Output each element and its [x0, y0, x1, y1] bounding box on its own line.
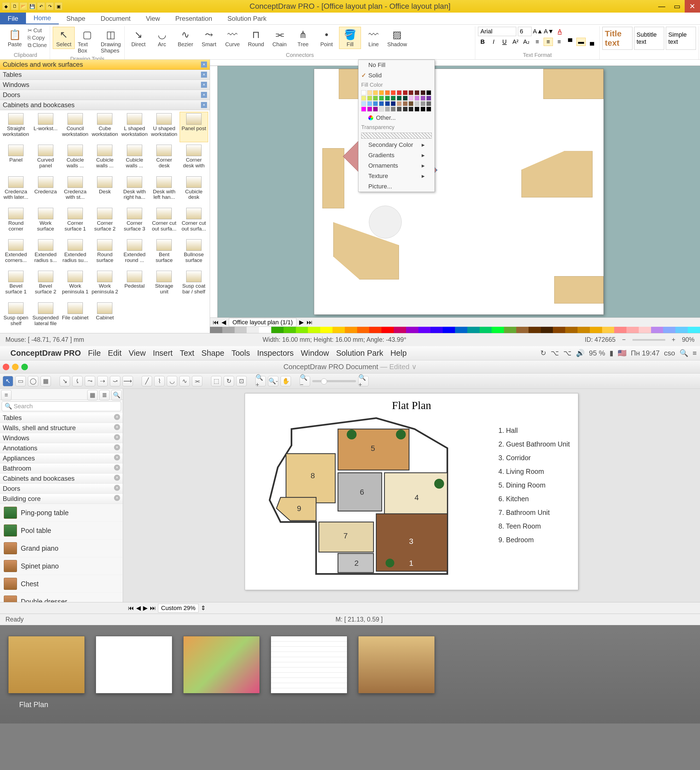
shape-item[interactable]: File cabinet	[61, 301, 89, 332]
connector-5[interactable]: ⤻	[110, 376, 120, 387]
close-icon[interactable]: ×	[114, 475, 120, 481]
superscript-button[interactable]: A²	[511, 38, 520, 46]
color-swatch[interactable]	[361, 90, 366, 95]
crop-tool[interactable]: ⊡	[236, 376, 247, 387]
color-swatch[interactable]	[391, 90, 396, 95]
line-tool[interactable]: ╱	[142, 376, 152, 387]
color-swatch[interactable]	[379, 96, 384, 100]
menu-tools[interactable]: Tools	[231, 349, 250, 358]
color-swatch[interactable]	[397, 101, 402, 106]
color-swatch[interactable]	[403, 107, 408, 112]
color-swatch[interactable]	[409, 90, 414, 95]
color-swatch[interactable]	[397, 107, 402, 112]
color-swatch[interactable]	[397, 96, 402, 100]
color-swatch[interactable]	[373, 101, 378, 106]
style-simple[interactable]: Simple text	[666, 27, 696, 50]
tab-document[interactable]: Document	[93, 13, 138, 24]
page-nav-prev[interactable]: ◀	[221, 319, 226, 326]
shape-item[interactable]: Panel post	[179, 112, 208, 142]
shape-item[interactable]: Credenza with later...	[2, 175, 30, 205]
panel-section-windows[interactable]: Windows×	[0, 80, 210, 90]
table-tool[interactable]: ▦	[40, 376, 51, 387]
preview-icon[interactable]: ▣	[55, 2, 62, 10]
library-item[interactable]: Ping-pong table	[0, 504, 123, 522]
arc-tool[interactable]: ◡	[167, 376, 177, 387]
menu-window[interactable]: Window	[301, 349, 329, 358]
shape-item[interactable]: Desk with left han...	[150, 175, 178, 205]
close-button[interactable]	[3, 364, 9, 370]
shape-item[interactable]: Cubicle walls ...	[61, 143, 89, 174]
color-swatch[interactable]	[414, 107, 419, 112]
volume-icon[interactable]: 🔊	[576, 349, 585, 358]
zoom-stepper[interactable]: ⇕	[201, 605, 205, 611]
shape-item[interactable]: Bullnose surface	[179, 238, 208, 268]
zoom-slider[interactable]	[632, 339, 665, 341]
gallery-thumb[interactable]	[183, 636, 260, 694]
category-item[interactable]: Building core×	[0, 494, 123, 504]
color-swatch[interactable]	[373, 107, 378, 112]
nav-first[interactable]: ⏮	[128, 605, 134, 611]
shape-item[interactable]: Credenza with st...	[61, 175, 89, 205]
search-input[interactable]: 🔍 Search	[2, 401, 121, 411]
drawing-page[interactable]	[314, 69, 604, 315]
color-swatch[interactable]	[403, 90, 408, 95]
shape-item[interactable]: Cubicle desk	[179, 175, 208, 205]
shape-item[interactable]: Extended round ...	[120, 238, 149, 268]
copy-button[interactable]: ⎘ Copy	[27, 34, 47, 41]
zoom-in-btn[interactable]: 🔍+	[358, 376, 369, 387]
color-swatch[interactable]	[426, 96, 431, 100]
ornaments[interactable]: Ornaments▸	[359, 160, 435, 171]
color-swatch[interactable]	[367, 96, 372, 100]
rotate-tool[interactable]: ↻	[224, 376, 234, 387]
shape-item[interactable]: Bevel surface 1	[2, 269, 30, 300]
underline-button[interactable]: U	[500, 38, 509, 46]
new-icon[interactable]: 🗋	[11, 2, 19, 10]
library-item[interactable]: Grand piano	[0, 539, 123, 557]
shape-item[interactable]: Susp coat bar / shelf	[179, 269, 208, 300]
undo-icon[interactable]: ↶	[37, 2, 45, 10]
color-swatch[interactable]	[385, 96, 390, 100]
paste-button[interactable]: 📋Paste	[4, 27, 26, 49]
open-icon[interactable]: 📂	[20, 2, 27, 10]
style-subtitle[interactable]: Subtitle text	[634, 27, 664, 50]
gallery-thumb[interactable]	[358, 636, 435, 694]
align-top-icon[interactable]: ▀	[566, 38, 575, 46]
text-box-tool[interactable]: ▢Text Box	[76, 27, 98, 55]
chain-tool[interactable]: ⫘	[192, 376, 202, 387]
redo-icon[interactable]: ↷	[46, 2, 53, 10]
tab-solution-park[interactable]: Solution Park	[220, 13, 274, 24]
color-swatch[interactable]	[409, 107, 414, 112]
ruler-vertical[interactable]	[210, 66, 218, 317]
color-swatch[interactable]	[379, 101, 384, 106]
page-tab[interactable]: Office layout plan (1/1)	[229, 318, 296, 327]
gallery-thumb[interactable]	[271, 636, 347, 694]
color-swatch[interactable]	[379, 107, 384, 112]
cut-button[interactable]: ✂ Cut	[27, 27, 47, 34]
color-swatch[interactable]	[420, 90, 425, 95]
color-swatch[interactable]	[420, 101, 425, 106]
zoom-slider[interactable]	[312, 380, 356, 382]
fill-solid[interactable]: Solid	[359, 70, 435, 81]
close-icon[interactable]: ×	[114, 414, 120, 420]
hand-tool[interactable]: ✋	[281, 376, 291, 387]
connector-1[interactable]: ↘	[60, 376, 70, 387]
shape-item[interactable]: Cubicle walls ...	[120, 143, 149, 174]
shape-item[interactable]: Corner cut out surfa...	[150, 207, 178, 237]
menu-text[interactable]: Text	[179, 349, 194, 358]
arrow-tool[interactable]: ↖	[3, 376, 13, 387]
shape-item[interactable]: Cube workstation	[91, 112, 119, 142]
minimize-button[interactable]	[12, 364, 19, 370]
zoom-button[interactable]	[21, 364, 28, 370]
connector-curve[interactable]: 〰Curve	[221, 27, 243, 49]
menu-edit[interactable]: Edit	[108, 349, 122, 358]
library-item[interactable]: Double dresser	[0, 593, 123, 602]
other-colors[interactable]: Other...	[359, 113, 435, 123]
gallery-thumb[interactable]	[96, 636, 172, 694]
connector-shadow[interactable]: ▨Shadow	[386, 27, 408, 49]
connector-smart[interactable]: ⤳Smart	[198, 27, 220, 49]
zoom-out-tool[interactable]: 🔍-	[268, 376, 278, 387]
search-icon[interactable]: 🔍	[111, 390, 122, 400]
clock[interactable]: Пн 19:47	[631, 349, 660, 358]
menu-insert[interactable]: Insert	[153, 349, 173, 358]
category-item[interactable]: Cabinets and bookcases×	[0, 474, 123, 484]
